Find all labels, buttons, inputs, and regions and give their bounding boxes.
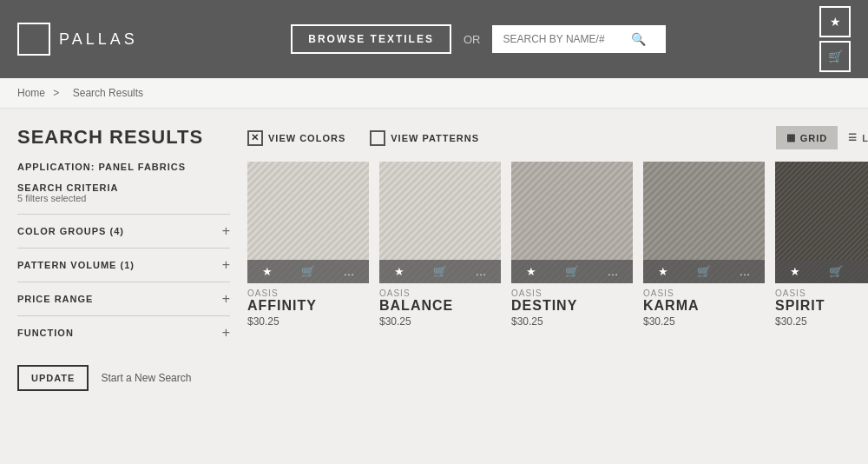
update-button[interactable]: UPDATE	[17, 365, 89, 391]
product-series: OASIS	[379, 288, 501, 298]
card-actions: ★ 🛒 …	[643, 260, 765, 283]
search-bar: 🔍	[492, 25, 666, 53]
sidebar-actions: UPDATE Start a New Search	[17, 365, 230, 391]
sidebar: SEARCH RESULTS APPLICATION: PANEL FABRIC…	[17, 126, 230, 391]
filter-color-groups[interactable]: COLOR GROUPS (4) +	[17, 214, 230, 248]
wishlist-icon[interactable]: ★	[658, 265, 668, 278]
grid-view-button[interactable]: ▦ GRID	[776, 126, 838, 149]
breadcrumb-home[interactable]: Home	[17, 87, 45, 99]
logo-area: PALLAS	[17, 23, 138, 56]
list-icon: ☰	[848, 132, 858, 143]
search-icon-button[interactable]: 🔍	[631, 32, 646, 46]
product-series: OASIS	[775, 288, 868, 298]
product-series: OASIS	[511, 288, 633, 298]
product-card: ★ 🛒 … OASIS BALANCE $30.25	[379, 162, 501, 328]
more-icon[interactable]: …	[476, 265, 487, 278]
view-patterns-option[interactable]: VIEW PATTERNS	[370, 130, 479, 146]
header: PALLAS BROWSE TEXTILES OR 🔍 ★ 🛒	[0, 0, 868, 78]
view-colors-label: VIEW COLORS	[268, 133, 345, 143]
favorites-icon-box[interactable]: ★	[819, 6, 851, 37]
card-actions: ★ 🛒 …	[511, 260, 633, 283]
breadcrumb-current: Search Results	[73, 87, 143, 99]
product-price: $30.25	[379, 315, 501, 328]
main-content: SEARCH RESULTS APPLICATION: PANEL FABRIC…	[0, 109, 868, 408]
card-actions: ★ 🛒 …	[775, 260, 868, 283]
filter-price-range-expand-icon: +	[222, 291, 230, 307]
filters-selected: 5 filters selected	[17, 193, 230, 203]
product-grid: ★ 🛒 … OASIS AFFINITY $30.25 ★ 🛒 …	[247, 162, 868, 328]
view-patterns-checkbox[interactable]	[370, 130, 385, 146]
grid-label: GRID	[800, 133, 828, 143]
view-patterns-label: VIEW PATTERNS	[391, 133, 479, 143]
product-price: $30.25	[247, 315, 369, 328]
logo-text: PALLAS	[59, 30, 138, 49]
filter-pattern-volume-expand-icon: +	[222, 257, 230, 273]
cart-add-icon[interactable]: 🛒	[697, 265, 711, 278]
filter-function[interactable]: FUNCTION +	[17, 315, 230, 349]
card-actions: ★ 🛒 …	[379, 260, 501, 283]
product-card: ★ 🛒 … OASIS KARMA $30.25	[643, 162, 765, 328]
product-area: ✕ VIEW COLORS VIEW PATTERNS ▦ GRID ☰ LIS…	[247, 126, 868, 391]
more-icon[interactable]: …	[608, 265, 619, 278]
or-separator: OR	[464, 33, 481, 46]
filter-pattern-volume[interactable]: PATTERN VOLUME (1) +	[17, 248, 230, 282]
product-price: $30.25	[643, 315, 765, 328]
product-image-spirit: ★ 🛒 …	[775, 162, 868, 283]
header-center: BROWSE TEXTILES OR 🔍	[291, 24, 666, 54]
application-label: APPLICATION: PANEL FABRICS	[17, 161, 230, 174]
cart-add-icon[interactable]: 🛒	[829, 265, 843, 278]
product-image-affinity: ★ 🛒 …	[247, 162, 369, 283]
wishlist-icon[interactable]: ★	[262, 265, 273, 278]
product-image-balance: ★ 🛒 …	[379, 162, 501, 283]
product-name[interactable]: DESTINY	[511, 298, 633, 314]
cart-add-icon[interactable]: 🛒	[565, 265, 579, 278]
logo-box	[17, 23, 50, 56]
product-price: $30.25	[511, 315, 633, 328]
star-icon: ★	[830, 15, 841, 29]
view-colors-option[interactable]: ✕ VIEW COLORS	[247, 130, 345, 146]
view-controls: ✕ VIEW COLORS VIEW PATTERNS ▦ GRID ☰ LIS…	[247, 126, 868, 149]
filter-color-groups-label: COLOR GROUPS (4)	[17, 226, 124, 236]
list-label: LIST	[862, 133, 868, 143]
page-title: SEARCH RESULTS	[17, 126, 230, 149]
breadcrumb-separator: >	[53, 87, 59, 99]
search-criteria-label: SEARCH CRITERIA	[17, 182, 230, 193]
card-actions: ★ 🛒 …	[247, 260, 369, 283]
product-name[interactable]: KARMA	[643, 298, 765, 314]
product-image-karma: ★ 🛒 …	[643, 162, 765, 283]
product-card: ★ 🛒 … OASIS AFFINITY $30.25	[247, 162, 369, 328]
view-colors-checkbox[interactable]: ✕	[247, 130, 263, 146]
wishlist-icon[interactable]: ★	[394, 265, 404, 278]
filter-price-range[interactable]: PRICE RANGE +	[17, 282, 230, 315]
product-image-destiny: ★ 🛒 …	[511, 162, 633, 283]
product-price: $30.25	[775, 315, 868, 328]
product-name[interactable]: BALANCE	[379, 298, 501, 314]
product-series: OASIS	[643, 288, 765, 298]
filter-pattern-volume-label: PATTERN VOLUME (1)	[17, 260, 135, 270]
wishlist-icon[interactable]: ★	[790, 265, 800, 278]
filter-price-range-label: PRICE RANGE	[17, 294, 93, 304]
wishlist-icon[interactable]: ★	[526, 265, 536, 278]
list-view-button[interactable]: ☰ LIST	[838, 126, 868, 149]
cart-add-icon[interactable]: 🛒	[433, 265, 447, 278]
header-icons: ★ 🛒	[819, 6, 851, 72]
filter-function-expand-icon: +	[222, 325, 230, 341]
filter-color-groups-expand-icon: +	[222, 223, 230, 239]
product-name[interactable]: AFFINITY	[247, 298, 369, 314]
cart-icon-box[interactable]: 🛒	[819, 41, 851, 72]
search-input[interactable]	[503, 33, 624, 45]
browse-textiles-button[interactable]: BROWSE TEXTILES	[291, 24, 451, 54]
breadcrumb: Home > Search Results	[0, 78, 868, 109]
grid-icon: ▦	[786, 132, 796, 143]
filter-function-label: FUNCTION	[17, 328, 74, 338]
view-checkbox-group: ✕ VIEW COLORS VIEW PATTERNS	[247, 130, 776, 146]
product-card: ★ 🛒 … OASIS DESTINY $30.25	[511, 162, 633, 328]
product-card: ★ 🛒 … OASIS SPIRIT $30.25	[775, 162, 868, 328]
more-icon[interactable]: …	[344, 265, 355, 278]
cart-icon: 🛒	[828, 50, 843, 63]
product-name[interactable]: SPIRIT	[775, 298, 868, 314]
more-icon[interactable]: …	[740, 265, 751, 278]
new-search-link[interactable]: Start a New Search	[101, 372, 191, 384]
layout-toggle: ▦ GRID ☰ LIST	[776, 126, 868, 149]
cart-add-icon[interactable]: 🛒	[301, 265, 315, 278]
